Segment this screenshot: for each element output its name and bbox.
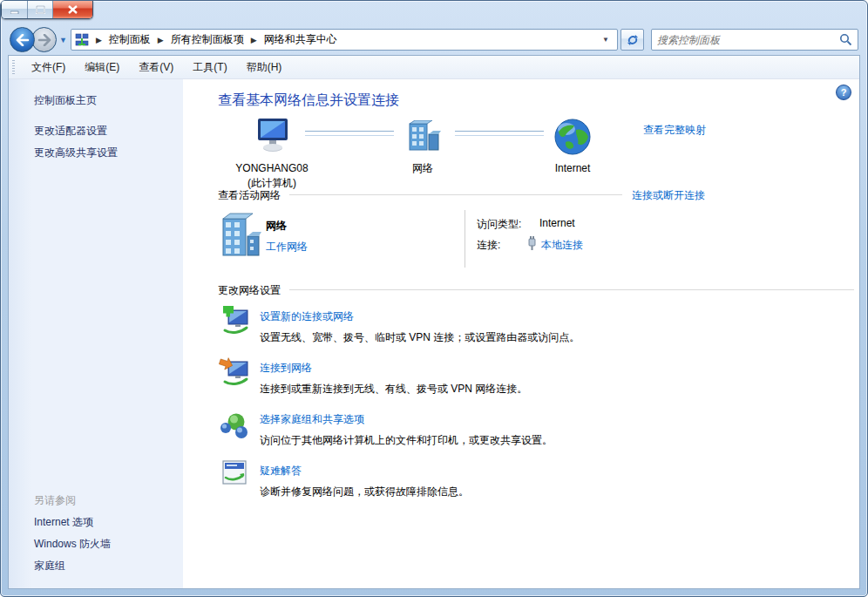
see-also-header: 另请参阅 (34, 493, 76, 508)
setup-new-connection-desc: 设置无线、宽带、拨号、临时或 VPN 连接；或设置路由器或访问点。 (260, 330, 580, 345)
back-button[interactable] (10, 27, 35, 52)
forward-arrow-icon (37, 34, 51, 46)
ethernet-plug-icon (527, 236, 537, 250)
sidebar: 控制面板主页 更改适配器设置 更改高级共享设置 另请参阅 Internet 选项… (9, 79, 183, 588)
active-networks-section-title: 查看活动网络 (218, 188, 281, 203)
network-sharing-center-window: ▼ ▶ 控制面板 ▶ 所有控制面板项 ▶ 网络和共享中心 ▼ (0, 0, 868, 597)
network-icon (404, 120, 441, 153)
help-icon[interactable]: ? (836, 85, 851, 100)
breadcrumb-all-items[interactable]: 所有控制面板项 (171, 32, 244, 47)
troubleshoot-desc: 诊断并修复网络问题，或获得故障排除信息。 (260, 485, 469, 499)
breadcrumb-arrow: ▶ (251, 36, 257, 44)
internet-globe-icon (553, 118, 592, 156)
address-bar[interactable]: ▶ 控制面板 ▶ 所有控制面板项 ▶ 网络和共享中心 ▼ (71, 29, 618, 51)
column-divider (465, 210, 465, 268)
troubleshoot-icon (221, 458, 253, 490)
menu-file[interactable]: 文件(F) (22, 57, 75, 78)
network-map: YONGHANG08 (此计算机) (218, 116, 671, 214)
see-full-map-link[interactable]: 查看完整映射 (643, 123, 706, 138)
menu-grip-handle[interactable] (12, 60, 15, 75)
recent-pages-dropdown[interactable]: ▼ (59, 36, 67, 44)
connect-to-network-link[interactable]: 连接到网络 (260, 361, 312, 376)
search-input[interactable] (657, 34, 839, 46)
menu-view[interactable]: 查看(V) (129, 57, 183, 78)
network-node-label: 网络 (375, 161, 471, 176)
back-arrow-icon (16, 34, 30, 46)
close-button[interactable] (52, 1, 92, 18)
map-node-computer[interactable]: YONGHANG08 (此计算机) (224, 116, 320, 191)
setup-new-connection-link[interactable]: 设置新的连接或网络 (260, 309, 354, 324)
sidebar-item-windows-firewall[interactable]: Windows 防火墙 (34, 537, 111, 552)
sidebar-item-change-adapter-settings[interactable]: 更改适配器设置 (34, 124, 107, 139)
new-connection-icon (218, 304, 251, 337)
work-network-link[interactable]: 工作网络 (266, 240, 308, 254)
internet-node-label: Internet (525, 161, 620, 176)
breadcrumb-control-panel[interactable]: 控制面板 (109, 32, 151, 47)
homegroup-icon (218, 410, 251, 443)
map-node-network[interactable]: 网络 (375, 116, 471, 176)
refresh-icon (627, 34, 639, 46)
active-network-name: 网络 (266, 219, 287, 234)
computer-name-label: YONGHANG08 (此计算机) (224, 161, 320, 191)
access-type-label: 访问类型: (477, 217, 521, 232)
section-rule (289, 289, 854, 290)
task-setup-new-connection: 设置新的连接或网络 设置无线、宽带、拨号、临时或 VPN 连接；或设置路由器或访… (218, 304, 828, 353)
maximize-button[interactable] (27, 1, 52, 18)
connect-to-network-icon (218, 356, 251, 389)
menu-bar: 文件(F) 编辑(E) 查看(V) 工具(T) 帮助(H) (9, 56, 859, 79)
breadcrumb-arrow: ▶ (158, 36, 164, 44)
address-dropdown-icon[interactable]: ▼ (598, 36, 614, 44)
network-sharing-center-icon (75, 33, 89, 47)
task-troubleshoot: 疑难解答 诊断并修复网络问题，或获得故障排除信息。 (218, 458, 828, 507)
search-icon[interactable] (839, 33, 852, 46)
section-rule (289, 194, 622, 195)
close-icon (68, 5, 78, 14)
window-body: 控制面板主页 更改适配器设置 更改高级共享设置 另请参阅 Internet 选项… (9, 79, 859, 588)
client-area: 文件(F) 编辑(E) 查看(V) 工具(T) 帮助(H) 控制面板主页 更改适… (8, 55, 860, 589)
menu-edit[interactable]: 编辑(E) (75, 57, 129, 78)
minimize-button[interactable] (2, 1, 27, 18)
homegroup-sharing-link[interactable]: 选择家庭组和共享选项 (260, 412, 364, 427)
breadcrumb-arrow: ▶ (96, 36, 102, 44)
breadcrumb-network-sharing[interactable]: 网络和共享中心 (264, 32, 337, 47)
computer-icon (251, 117, 293, 157)
change-settings-section-title: 更改网络设置 (218, 283, 281, 298)
troubleshoot-link[interactable]: 疑难解答 (260, 464, 302, 478)
access-type-value: Internet (539, 217, 575, 229)
sidebar-item-homegroup[interactable]: 家庭组 (34, 559, 65, 573)
task-homegroup-sharing: 选择家庭组和共享选项 访问位于其他网络计算机上的文件和打印机，或更改共享设置。 (218, 407, 828, 456)
connect-to-network-desc: 连接到或重新连接到无线、有线、拨号或 VPN 网络连接。 (260, 382, 527, 397)
caption-button-group (1, 1, 93, 19)
refresh-button[interactable] (620, 29, 644, 51)
search-box (651, 29, 858, 51)
navigation-bar: ▼ ▶ 控制面板 ▶ 所有控制面板项 ▶ 网络和共享中心 ▼ (8, 25, 860, 54)
maximize-icon (36, 5, 45, 14)
menu-tools[interactable]: 工具(T) (183, 57, 236, 78)
local-connection-link[interactable]: 本地连接 (541, 238, 583, 253)
map-node-internet[interactable]: Internet (525, 116, 620, 176)
homegroup-sharing-desc: 访问位于其他网络计算机上的文件和打印机，或更改共享设置。 (260, 433, 553, 448)
active-network-box: 网络 工作网络 访问类型: Internet 连接: 本地连接 (218, 210, 845, 271)
work-network-buildings-icon (218, 212, 261, 262)
minimize-icon (10, 6, 19, 14)
sidebar-item-control-panel-home[interactable]: 控制面板主页 (34, 93, 97, 108)
page-title: 查看基本网络信息并设置连接 (218, 92, 399, 110)
main-content: ? 查看基本网络信息并设置连接 (183, 79, 859, 588)
sidebar-item-internet-options[interactable]: Internet 选项 (34, 515, 93, 530)
connections-label: 连接: (477, 238, 500, 253)
menu-help[interactable]: 帮助(H) (237, 57, 292, 78)
task-connect-to-network: 连接到网络 连接到或重新连接到无线、有线、拨号或 VPN 网络连接。 (218, 356, 828, 404)
connect-disconnect-link[interactable]: 连接或断开连接 (632, 188, 705, 203)
sidebar-item-advanced-sharing-settings[interactable]: 更改高级共享设置 (34, 146, 118, 160)
forward-button[interactable] (31, 27, 57, 52)
